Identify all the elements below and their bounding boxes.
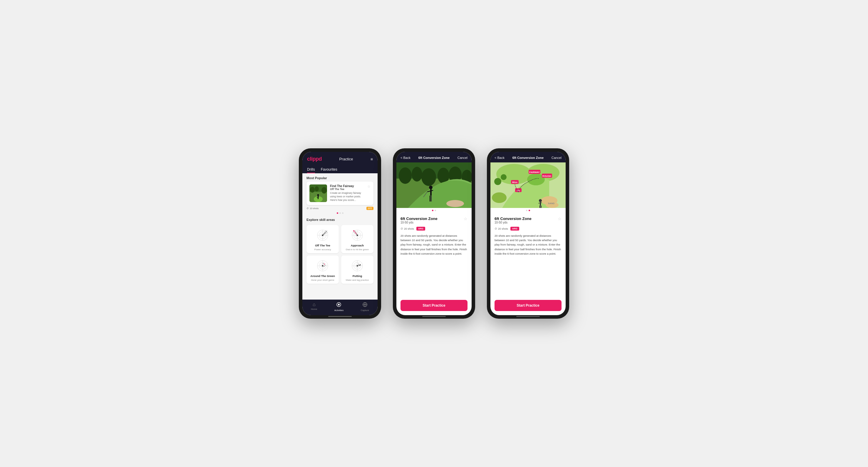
detail-description-3: 20 shots are randomly generated at dista… <box>495 234 561 256</box>
svg-point-17 <box>322 235 323 236</box>
phones-container: clippd Practice ≡ Drills Favourites Most… <box>299 148 569 319</box>
carousel-dots <box>302 211 378 215</box>
drill-card[interactable]: Find The Fairway Off The Tee Create an i… <box>307 181 373 205</box>
detail-title-block-3: 6ft Conversion Zone 10-50 yds <box>495 216 532 226</box>
dot-2 <box>339 212 341 214</box>
activities-icon <box>336 302 341 308</box>
skill-atg-name: Around The Green <box>310 274 335 277</box>
shots-label: ⏱ 10 shots <box>307 207 318 210</box>
phone2-header: < Back 6ft Conversion Zone Cancel <box>396 152 472 162</box>
detail-title-row-2: 6ft Conversion Zone 10-50 yds ☆ <box>401 216 467 226</box>
phone1-content: Most Popular <box>302 173 378 300</box>
arg-badge-3: ARG <box>510 227 519 231</box>
drill-title-3: 6ft Conversion Zone <box>495 216 532 221</box>
svg-point-43 <box>356 265 358 267</box>
menu-icon[interactable]: ≡ <box>371 157 373 162</box>
phone-3: < Back 6ft Conversion Zone Cancel <box>487 148 569 319</box>
detail-scroll-2: 6ft Conversion Zone 10-50 yds ☆ ⏱ 20 sho… <box>396 213 472 300</box>
activities-label: Activities <box>334 309 344 312</box>
svg-rect-61 <box>430 196 431 201</box>
capture-label: Capture <box>361 309 369 312</box>
phone1-header: clippd Practice ≡ <box>302 152 378 165</box>
skill-ott-desc: Power accuracy <box>314 248 331 251</box>
svg-point-3 <box>315 186 319 192</box>
putting-icon-area <box>349 259 366 273</box>
detail-photo-2 <box>396 162 472 208</box>
image-dots-2 <box>396 208 472 213</box>
img-dot-3-2 <box>529 210 530 211</box>
skill-atg-desc: Hone your short game <box>311 279 334 281</box>
img-dot-3-1 <box>526 210 527 211</box>
capture-icon <box>362 302 368 308</box>
detail-description-2: 20 shots are randomly generated at dista… <box>401 234 467 256</box>
back-button-3[interactable]: < Back <box>495 156 504 160</box>
favourite-icon[interactable]: ☆ <box>367 185 371 189</box>
svg-point-32 <box>322 263 323 264</box>
clock-icon: ⏱ <box>307 207 309 210</box>
tab-drills[interactable]: Drills <box>307 165 315 173</box>
drill-image <box>309 185 327 202</box>
drill-range-3: 10-50 yds <box>495 221 532 224</box>
skill-card-atg[interactable]: Around The Green Hone your short game <box>307 256 339 284</box>
skill-card-ott[interactable]: Off The Tee Power accuracy <box>307 225 339 253</box>
fav-icon-2[interactable]: ☆ <box>464 216 467 221</box>
svg-text:Miss: Miss <box>512 181 518 184</box>
svg-point-52 <box>412 167 422 181</box>
svg-point-31 <box>324 265 325 266</box>
skill-grid: Off The Tee Power accuracy <box>302 223 378 287</box>
svg-point-40 <box>359 265 360 266</box>
detail-title-3: 6ft Conversion Zone <box>513 156 544 160</box>
start-practice-button-3[interactable]: Start Practice <box>495 300 561 311</box>
svg-point-34 <box>322 265 323 267</box>
svg-rect-6 <box>318 196 318 199</box>
detail-title-2: 6ft Conversion Zone <box>418 156 450 160</box>
svg-point-2 <box>310 187 315 193</box>
app-logo: clippd <box>307 156 322 162</box>
skill-card-putting[interactable]: Putting Make and lag practice <box>341 256 373 284</box>
phone3-header: < Back 6ft Conversion Zone Cancel <box>490 152 566 162</box>
fav-icon-3[interactable]: ☆ <box>558 216 561 221</box>
nav-home[interactable]: ⌂ Home <box>311 302 317 312</box>
drill-subtitle: Off The Tee <box>330 188 364 191</box>
svg-point-51 <box>399 167 412 184</box>
detail-map-3: FAIRWAY ROUGH Hit Miss <box>490 162 566 208</box>
svg-text:ROUGH: ROUGH <box>542 175 551 177</box>
svg-point-33 <box>323 266 324 267</box>
svg-rect-62 <box>431 196 432 201</box>
tab-favourites[interactable]: Favourites <box>321 165 337 173</box>
nav-capture[interactable]: Capture <box>361 302 369 312</box>
svg-text:SAND: SAND <box>548 202 555 205</box>
arg-badge-2: ARG <box>416 227 425 231</box>
cancel-button-2[interactable]: Cancel <box>458 156 467 160</box>
phone-2-screen: < Back 6ft Conversion Zone Cancel <box>396 152 472 315</box>
skill-putting-name: Putting <box>352 274 362 277</box>
svg-rect-58 <box>430 188 432 196</box>
skill-card-approach[interactable]: Approach Dial-in to hit the green <box>341 225 373 253</box>
skill-approach-desc: Dial-in to hit the green <box>346 248 369 251</box>
drill-description: Create an imaginary fairway using trees … <box>330 192 364 202</box>
drill-name: Find The Fairway <box>330 185 364 188</box>
svg-point-41 <box>360 264 361 266</box>
back-button-2[interactable]: < Back <box>401 156 410 160</box>
home-indicator-3 <box>516 316 540 317</box>
dot-3 <box>342 212 343 214</box>
phone-1: clippd Practice ≡ Drills Favourites Most… <box>299 148 381 319</box>
ott-icon-area <box>315 228 331 243</box>
skill-putting-desc: Make and lag practice <box>346 279 369 281</box>
svg-point-70 <box>492 192 506 203</box>
svg-point-81 <box>539 199 542 202</box>
svg-point-7 <box>317 194 319 196</box>
svg-point-23 <box>356 235 358 236</box>
shots-meta-2: ⏱ 20 shots <box>401 227 414 230</box>
svg-point-4 <box>321 187 327 194</box>
bottom-nav: ⌂ Home Activities <box>302 300 378 315</box>
ott-badge: OTT <box>366 207 373 210</box>
start-practice-button-2[interactable]: Start Practice <box>401 300 467 311</box>
svg-point-45 <box>338 304 340 305</box>
phone-2: < Back 6ft Conversion Zone Cancel <box>393 148 475 319</box>
svg-rect-82 <box>540 202 541 206</box>
nav-activities[interactable]: Activities <box>334 302 344 312</box>
img-dot-2 <box>435 210 436 211</box>
shots-count: 10 shots <box>310 207 318 210</box>
cancel-button-3[interactable]: Cancel <box>552 156 561 160</box>
